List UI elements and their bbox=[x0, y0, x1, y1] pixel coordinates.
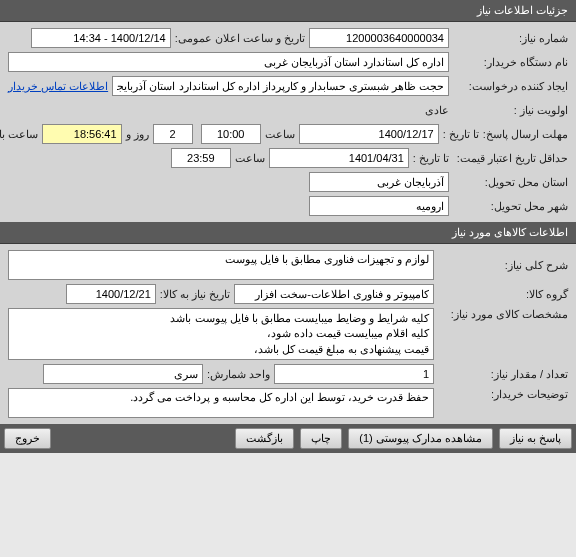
priority-label: اولویت نیاز : bbox=[453, 104, 568, 117]
unit-label: واحد شمارش: bbox=[207, 368, 270, 381]
need-info-form: شماره نیاز: تاریخ و ساعت اعلان عمومی: نا… bbox=[0, 22, 576, 222]
city-field[interactable] bbox=[309, 196, 449, 216]
to-date-label-2: تا تاریخ : bbox=[413, 152, 449, 165]
attachments-button[interactable]: مشاهده مدارک پیوستی (1) bbox=[348, 428, 493, 449]
buyer-notes-label: توضیحات خریدار: bbox=[438, 388, 568, 401]
goods-info-header: اطلاعات کالاهای مورد نیاز bbox=[0, 222, 576, 244]
footer-toolbar: پاسخ به نیاز مشاهده مدارک پیوستی (1) چاپ… bbox=[0, 424, 576, 453]
province-label: استان محل تحویل: bbox=[453, 176, 568, 189]
need-goods-date-label: تاریخ نیاز به کالا: bbox=[160, 288, 230, 301]
back-button[interactable]: بازگشت bbox=[235, 428, 294, 449]
days-left-field bbox=[153, 124, 193, 144]
province-field[interactable] bbox=[309, 172, 449, 192]
buyer-org-field[interactable] bbox=[8, 52, 449, 72]
buyer-org-label: نام دستگاه خریدار: bbox=[453, 56, 568, 69]
priority-value: عادی bbox=[425, 104, 449, 117]
need-no-field[interactable] bbox=[309, 28, 449, 48]
need-goods-date-field[interactable] bbox=[66, 284, 156, 304]
qty-label: تعداد / مقدار نیاز: bbox=[438, 368, 568, 381]
need-info-header: جزئیات اطلاعات نیاز bbox=[0, 0, 576, 22]
validity-date-field[interactable] bbox=[269, 148, 409, 168]
need-no-label: شماره نیاز: bbox=[453, 32, 568, 45]
buyer-notes-field[interactable] bbox=[8, 388, 434, 418]
general-desc-label: شرح کلی نیاز: bbox=[438, 259, 568, 272]
creator-label: ایجاد کننده درخواست: bbox=[453, 80, 568, 93]
respond-button[interactable]: پاسخ به نیاز bbox=[499, 428, 572, 449]
deadline-time-field[interactable] bbox=[201, 124, 261, 144]
goods-group-field[interactable] bbox=[234, 284, 434, 304]
hour-label-1: ساعت bbox=[265, 128, 295, 141]
deadline-date-field[interactable] bbox=[299, 124, 439, 144]
exit-button[interactable]: خروج bbox=[4, 428, 51, 449]
days-and-label: روز و bbox=[126, 128, 149, 141]
contact-link[interactable]: اطلاعات تماس خریدار bbox=[8, 80, 108, 93]
to-date-label: تا تاریخ : bbox=[443, 128, 479, 141]
goods-info-form: شرح کلی نیاز: گروه کالا: تاریخ نیاز به ک… bbox=[0, 244, 576, 424]
goods-group-label: گروه کالا: bbox=[438, 288, 568, 301]
city-label: شهر محل تحویل: bbox=[453, 200, 568, 213]
hour-label-2: ساعت bbox=[235, 152, 265, 165]
creator-field[interactable] bbox=[112, 76, 449, 96]
unit-field[interactable] bbox=[43, 364, 203, 384]
announce-date-field[interactable] bbox=[31, 28, 171, 48]
time-left-field bbox=[42, 124, 122, 144]
validity-time-field[interactable] bbox=[171, 148, 231, 168]
hours-left-label: ساعت باقی مانده bbox=[0, 128, 38, 141]
announce-date-label: تاریخ و ساعت اعلان عمومی: bbox=[175, 32, 305, 45]
qty-field[interactable] bbox=[274, 364, 434, 384]
general-desc-field[interactable] bbox=[8, 250, 434, 280]
print-button[interactable]: چاپ bbox=[300, 428, 342, 449]
validity-label: حداقل تاریخ اعتبار قیمت: bbox=[453, 152, 568, 165]
goods-spec-label: مشخصات کالای مورد نیاز: bbox=[438, 308, 568, 321]
goods-spec-field[interactable]: کلیه شرایط و وضایط میبایست مطابق با فایل… bbox=[8, 308, 434, 360]
deadline-label: مهلت ارسال پاسخ: bbox=[483, 128, 568, 141]
